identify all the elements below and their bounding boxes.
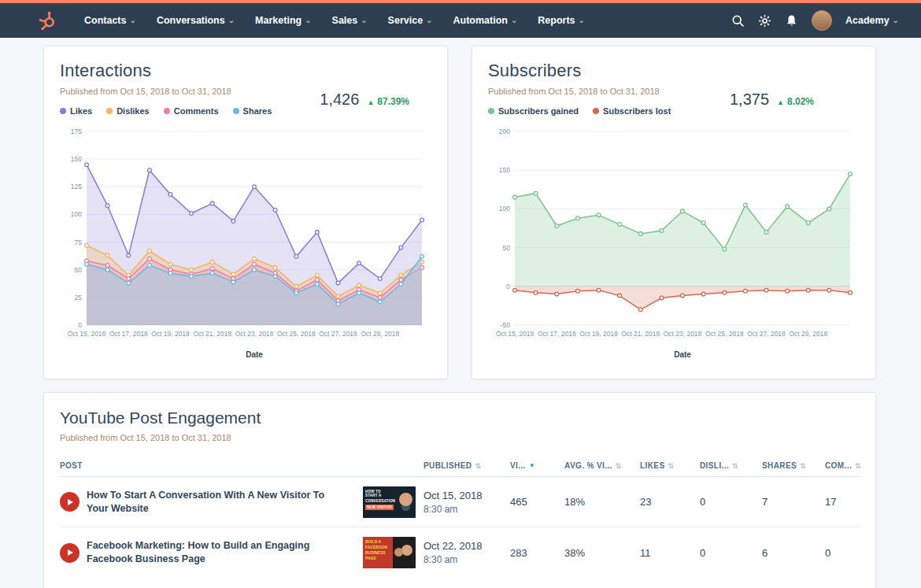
- legend-dot-icon: [593, 108, 599, 114]
- legend-item[interactable]: Dislikes: [106, 106, 150, 116]
- post-cell: How To Start A Conversation With A New V…: [60, 486, 424, 518]
- col-post: POST: [60, 461, 424, 470]
- nav-item-contacts[interactable]: Contacts⌄: [74, 15, 146, 26]
- svg-text:50: 50: [75, 266, 83, 274]
- video-thumbnail[interactable]: BUILD A FACEBOOK BUSINESS PAGE: [363, 537, 416, 568]
- post-link[interactable]: How To Start A Conversation With A New V…: [87, 489, 327, 516]
- post-cell: Facebook Marketing: How to Build an Enga…: [60, 537, 424, 568]
- academy-menu[interactable]: Academy ⌄: [845, 15, 899, 26]
- chevron-down-icon: ⌄: [579, 17, 585, 24]
- chevron-down-icon: ⌄: [511, 17, 517, 24]
- delta-up-icon: ▲: [367, 98, 374, 106]
- svg-text:150: 150: [71, 155, 82, 163]
- svg-text:Oct 29, 2018: Oct 29, 2018: [361, 330, 399, 338]
- notifications-bell-icon[interactable]: [785, 14, 798, 28]
- interactions-title: Interactions: [60, 61, 431, 81]
- views-cell: 283: [510, 547, 564, 559]
- table-header-row: POST PUBLISHED⇅ VI...▼ AVG. % VI...⇅ LIK…: [60, 455, 860, 477]
- sort-icon: ⇅: [475, 462, 481, 470]
- nav-item-marketing[interactable]: Marketing⌄: [245, 15, 321, 26]
- nav-item-conversations[interactable]: Conversations⌄: [146, 15, 245, 26]
- video-thumbnail[interactable]: HOW TO START A CONVERSATION NEW VISITOR: [363, 486, 416, 518]
- dislikes-cell: 0: [700, 496, 762, 508]
- youtube-icon: [60, 492, 80, 512]
- shares-cell: 7: [762, 496, 825, 508]
- top-navbar: Contacts⌄ Conversations⌄ Marketing⌄ Sale…: [0, 3, 921, 38]
- hubspot-logo-icon[interactable]: [38, 10, 58, 31]
- nav-label: Automation: [453, 15, 507, 26]
- legend-item[interactable]: Subscribers gained: [488, 106, 579, 116]
- subscribers-delta-value: 8.02%: [787, 96, 814, 107]
- col-comments[interactable]: COM...⇅: [825, 461, 861, 470]
- chevron-down-icon: ⌄: [426, 17, 432, 24]
- col-dislikes[interactable]: DISLI...⇅: [700, 461, 762, 470]
- svg-text:Oct 27, 2018: Oct 27, 2018: [747, 330, 786, 338]
- svg-text:175: 175: [71, 128, 82, 135]
- likes-cell: 23: [640, 496, 700, 508]
- col-published[interactable]: PUBLISHED⇅: [424, 461, 510, 470]
- settings-gear-icon[interactable]: [758, 14, 771, 28]
- engagement-title: YouTube Post Engagement: [60, 409, 860, 427]
- nav-label: Marketing: [255, 15, 301, 26]
- legend-dot-icon: [60, 108, 66, 114]
- col-likes[interactable]: LIKES⇅: [640, 461, 700, 470]
- svg-text:Date: Date: [246, 350, 263, 359]
- thumb-text: FACEBOOK: [365, 545, 390, 549]
- svg-text:0: 0: [506, 283, 510, 290]
- nav-label: Conversations: [157, 15, 225, 26]
- col-avg-viewed[interactable]: AVG. % VI...⇅: [564, 461, 640, 470]
- sort-icon: ⇅: [732, 462, 738, 470]
- col-views[interactable]: VI...▼: [510, 461, 564, 470]
- nav-item-service[interactable]: Service⌄: [378, 15, 443, 26]
- nav-item-automation[interactable]: Automation⌄: [442, 15, 527, 26]
- subscribers-delta: ▲ 8.02%: [777, 96, 814, 107]
- legend-label: Dislikes: [117, 106, 150, 116]
- legend-item[interactable]: Shares: [233, 106, 272, 116]
- delta-up-icon: ▲: [777, 98, 784, 106]
- chevron-down-icon: ⌄: [129, 17, 135, 24]
- svg-text:50: 50: [503, 244, 511, 252]
- post-link[interactable]: Facebook Marketing: How to Build an Enga…: [87, 539, 327, 566]
- shares-cell: 6: [762, 547, 825, 559]
- svg-text:125: 125: [71, 183, 82, 190]
- interactions-metric: 1,426 ▲ 87.39%: [320, 91, 409, 109]
- svg-text:Oct 19, 2018: Oct 19, 2018: [579, 330, 618, 338]
- sort-icon: ⇅: [855, 462, 861, 470]
- svg-text:150: 150: [499, 166, 510, 174]
- svg-text:Oct 23, 2018: Oct 23, 2018: [664, 330, 702, 338]
- comments-cell: 17: [825, 496, 860, 508]
- youtube-engagement-card: YouTube Post Engagement Published from O…: [43, 392, 876, 588]
- legend-item[interactable]: Comments: [164, 106, 219, 116]
- nav-item-reports[interactable]: Reports⌄: [527, 15, 595, 26]
- nav-item-sales[interactable]: Sales⌄: [322, 15, 378, 26]
- legend-label: Comments: [174, 106, 219, 116]
- svg-text:Oct 29, 2018: Oct 29, 2018: [789, 330, 827, 338]
- subscribers-metric: 1,375 ▲ 8.02%: [730, 91, 814, 109]
- legend-item[interactable]: Likes: [60, 106, 92, 116]
- thumb-text: HOW TO START A: [365, 490, 394, 497]
- chevron-down-icon: ⌄: [305, 17, 311, 24]
- interactions-delta-value: 87.39%: [377, 96, 409, 107]
- legend-label: Likes: [70, 106, 92, 116]
- sort-icon: ⇅: [800, 462, 806, 470]
- comments-cell: 0: [825, 547, 860, 559]
- svg-text:75: 75: [75, 239, 83, 246]
- svg-text:Oct 15, 2018: Oct 15, 2018: [496, 330, 534, 338]
- thumb-text: BUSINESS: [365, 550, 390, 555]
- reports-dashboard: Interactions Published from Oct 15, 2018…: [0, 38, 921, 588]
- legend-dot-icon: [488, 108, 494, 114]
- user-avatar[interactable]: [812, 10, 832, 31]
- svg-text:200: 200: [499, 128, 510, 135]
- svg-text:25: 25: [75, 294, 83, 301]
- thumb-text: CONVERSATION: [365, 499, 394, 503]
- table-row: Facebook Marketing: How to Build an Enga…: [60, 527, 860, 578]
- subscribers-chart: -50050100150200Oct 15, 2018Oct 17, 2018O…: [488, 125, 860, 361]
- nav-label: Sales: [332, 15, 358, 26]
- table-row: How To Start A Conversation With A New V…: [60, 477, 860, 527]
- academy-label: Academy: [845, 15, 890, 26]
- legend-item[interactable]: Subscribers lost: [593, 106, 671, 116]
- youtube-icon: [60, 543, 80, 563]
- col-shares[interactable]: SHARES⇅: [762, 461, 825, 470]
- search-icon[interactable]: [731, 14, 745, 28]
- published-cell: Oct 15, 2018 8:30 am: [424, 490, 510, 515]
